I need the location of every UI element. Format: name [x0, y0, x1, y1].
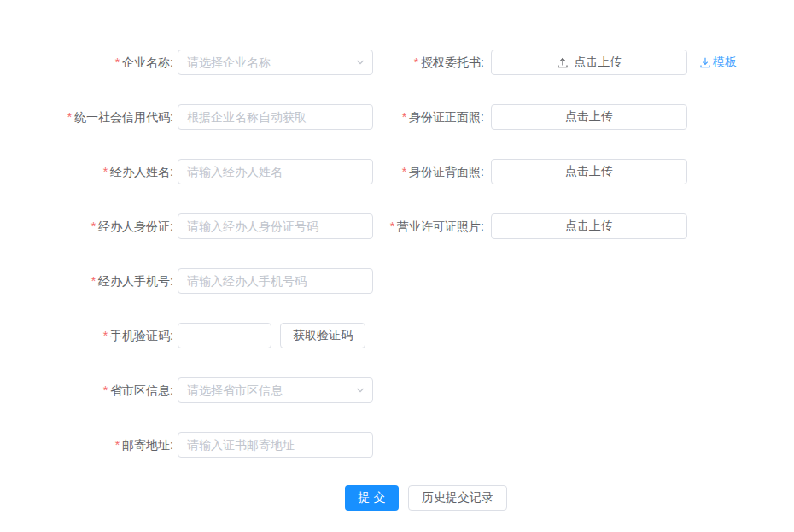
required-asterisk: *	[390, 219, 394, 233]
label-text: 经办人手机号:	[98, 274, 173, 288]
upload-button-label: 点击上传	[575, 55, 622, 70]
label-text: 身份证背面照:	[409, 165, 484, 178]
form-row-authorization: *授权委托书: 点击上传 模板	[0, 50, 794, 75]
registration-form-page: *企业名称: *统一社会信用代码: *经办人姓名: *经办人身份证: *经办人手…	[0, 0, 794, 532]
template-link-label: 模板	[713, 55, 737, 70]
form-row-id-back: *身份证背面照: 点击上传	[0, 159, 794, 184]
required-asterisk: *	[402, 110, 406, 124]
download-icon	[699, 56, 711, 68]
region-label: *省市区信息:	[0, 377, 173, 403]
label-text: 手机验证码:	[110, 329, 173, 342]
label-text: 身份证正面照:	[409, 110, 484, 124]
upload-icon	[557, 56, 569, 68]
upload-button-label: 点击上传	[565, 164, 613, 179]
form-row-agent-phone: *经办人手机号:	[0, 268, 794, 294]
required-asterisk: *	[103, 383, 108, 397]
business-license-upload-button[interactable]: 点击上传	[491, 213, 687, 239]
template-download-link[interactable]: 模板	[699, 50, 737, 75]
sms-code-input[interactable]	[178, 323, 271, 348]
mailing-address-field	[178, 432, 373, 458]
authorization-upload-button[interactable]: 点击上传	[491, 50, 687, 75]
label-text: 授权委托书:	[421, 56, 484, 69]
id-front-label: *身份证正面照:	[324, 104, 484, 130]
required-asterisk: *	[402, 165, 406, 178]
form-row-business-license: *营业许可证照片: 点击上传	[0, 213, 794, 239]
agent-phone-input[interactable]	[178, 268, 373, 294]
upload-button-label: 点击上传	[565, 219, 613, 234]
label-text: 邮寄地址:	[122, 438, 173, 452]
form-row-mailing-address: *邮寄地址:	[0, 432, 794, 458]
id-front-upload-button[interactable]: 点击上传	[491, 104, 687, 130]
sms-code-label: *手机验证码:	[0, 323, 173, 348]
required-asterisk: *	[115, 438, 120, 452]
region-select[interactable]	[178, 377, 373, 403]
id-back-label: *身份证背面照:	[324, 159, 484, 184]
label-text: 省市区信息:	[110, 383, 173, 397]
agent-phone-field	[178, 268, 373, 294]
get-code-button[interactable]: 获取验证码	[280, 323, 365, 348]
mailing-address-input[interactable]	[178, 432, 373, 458]
form-row-id-front: *身份证正面照: 点击上传	[0, 104, 794, 130]
id-back-upload-button[interactable]: 点击上传	[491, 159, 687, 184]
authorization-label: *授权委托书:	[324, 50, 484, 75]
history-button[interactable]: 历史提交记录	[408, 485, 507, 511]
upload-button-label: 点击上传	[565, 109, 613, 125]
form-row-region: *省市区信息:	[0, 377, 794, 403]
mailing-address-label: *邮寄地址:	[0, 432, 173, 458]
required-asterisk: *	[103, 329, 108, 342]
required-asterisk: *	[414, 56, 418, 69]
agent-phone-label: *经办人手机号:	[0, 268, 173, 294]
sms-code-field	[178, 323, 271, 348]
region-select-input[interactable]	[178, 377, 373, 403]
form-row-sms-code: *手机验证码: 获取验证码	[0, 323, 794, 348]
business-license-label: *营业许可证照片:	[324, 213, 484, 239]
required-asterisk: *	[91, 274, 96, 288]
label-text: 营业许可证照片:	[397, 219, 484, 233]
submit-button[interactable]: 提 交	[345, 485, 399, 511]
